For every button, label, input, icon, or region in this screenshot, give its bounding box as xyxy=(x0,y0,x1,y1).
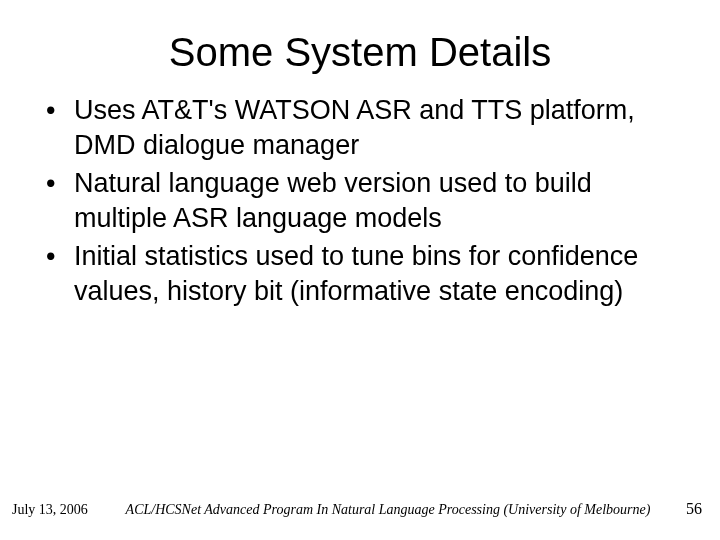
bullet-list: Uses AT&T's WATSON ASR and TTS platform,… xyxy=(40,93,680,308)
footer-date: July 13, 2006 xyxy=(12,502,122,518)
list-item: Initial statistics used to tune bins for… xyxy=(40,239,680,308)
list-item: Uses AT&T's WATSON ASR and TTS platform,… xyxy=(40,93,680,162)
footer-venue: ACL/HCSNet Advanced Program In Natural L… xyxy=(122,502,654,518)
slide-footer: July 13, 2006 ACL/HCSNet Advanced Progra… xyxy=(0,500,720,518)
slide: Some System Details Uses AT&T's WATSON A… xyxy=(0,0,720,540)
slide-title: Some System Details xyxy=(40,30,680,75)
list-item: Natural language web version used to bui… xyxy=(40,166,680,235)
footer-pagenum: 56 xyxy=(654,500,702,518)
slide-body: Uses AT&T's WATSON ASR and TTS platform,… xyxy=(40,93,680,308)
